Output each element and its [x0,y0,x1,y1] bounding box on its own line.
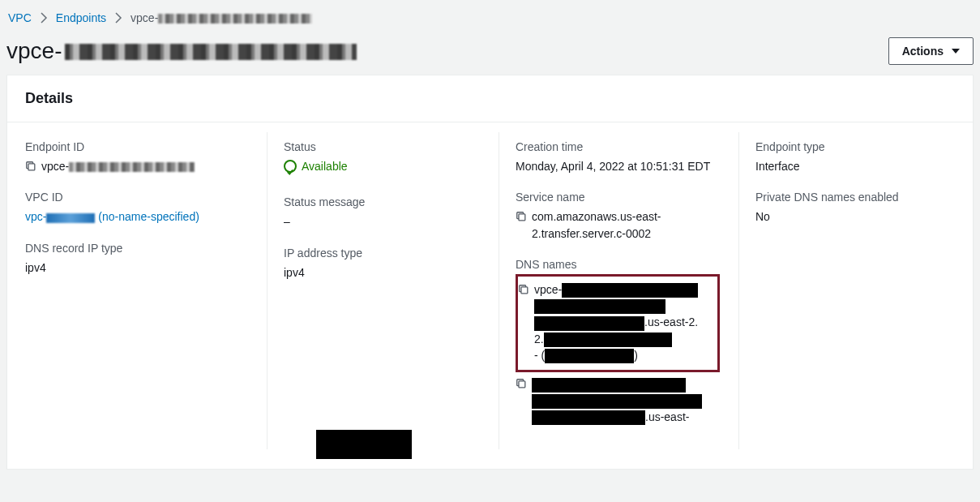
chevron-right-icon [114,12,122,24]
svg-rect-1 [519,214,525,221]
dns-record-ip-type-label: DNS record IP type [25,242,242,255]
dns-names-callout: vpce- .us-east-2. 2. - () [516,274,720,372]
status-label: Status [284,140,474,153]
vpc-id-label: VPC ID [25,191,242,204]
breadcrumb-endpoints[interactable]: Endpoints [56,11,106,24]
service-name-value: com.amazonaws.us-east-2.transfer.server.… [532,208,714,242]
status-badge: Available [284,158,348,174]
status-message-label: Status message [284,195,474,208]
redacted-text [65,44,357,60]
dns-name-2: .us-east- [532,375,702,425]
vpc-id-suffix: (no-name-specified) [95,210,199,223]
details-panel: Details Endpoint ID vpce- VPC ID [6,75,974,470]
endpoint-id-label: Endpoint ID [25,140,242,153]
copy-icon[interactable] [516,378,527,389]
vpc-id-prefix: vpc- [25,210,46,223]
creation-time-label: Creation time [516,140,714,153]
redacted-block [534,299,665,314]
dns-record-ip-type-value: ipv4 [25,260,242,276]
breadcrumb-current: vpce- [131,11,312,24]
redacted-block [544,333,672,347]
redacted-block [532,394,702,409]
service-name-label: Service name [516,191,714,204]
ip-address-type-label: IP address type [284,247,474,260]
breadcrumb-vpc[interactable]: VPC [8,11,32,24]
actions-label: Actions [902,45,944,58]
dns1-mid: .us-east-2. [644,315,698,328]
redacted-text [69,162,195,172]
dns1-close: ) [634,349,638,362]
endpoint-type-label: Endpoint type [755,140,923,153]
redacted-block [532,378,686,393]
breadcrumb: VPC Endpoints vpce- [6,10,974,37]
redacted-text [46,213,95,223]
page-title: vpce- [6,38,357,64]
status-value: Available [302,158,348,174]
redacted-block [545,349,634,363]
endpoint-type-value: Interface [755,158,923,174]
copy-icon[interactable] [518,284,529,295]
redacted-text [158,14,312,24]
redacted-block [532,410,645,425]
page-title-prefix: vpce- [6,38,62,64]
svg-rect-3 [519,381,525,388]
redacted-block [534,316,644,331]
actions-button[interactable]: Actions [888,37,974,65]
svg-rect-2 [521,287,528,294]
private-dns-value: No [755,208,923,225]
breadcrumb-current-prefix: vpce- [131,11,158,24]
caret-down-icon [952,49,960,54]
redacted-block [562,283,698,298]
vpc-id-link[interactable]: vpc- (no-name-specified) [25,210,199,223]
dns-name-1: vpce- .us-east-2. 2. - () [534,281,698,363]
svg-rect-0 [28,164,35,170]
dns2-suffix: .us-east- [645,410,689,423]
dns-names-label: DNS names [516,258,714,271]
redacted-block [316,430,412,459]
copy-icon[interactable] [25,161,36,172]
dns1-prefix: vpce- [534,283,562,296]
private-dns-label: Private DNS names enabled [755,191,923,204]
creation-time-value: Monday, April 4, 2022 at 10:51:31 EDT [516,158,714,174]
details-heading: Details [7,75,973,122]
chevron-right-icon [40,12,48,24]
dns1-dash: - ( [534,349,545,362]
endpoint-id-prefix: vpce- [41,160,69,173]
endpoint-id-value: vpce- [41,158,195,174]
ip-address-type-value: ipv4 [284,264,474,281]
status-message-value: – [284,213,474,230]
check-circle-icon [284,160,297,173]
copy-icon[interactable] [516,211,527,222]
